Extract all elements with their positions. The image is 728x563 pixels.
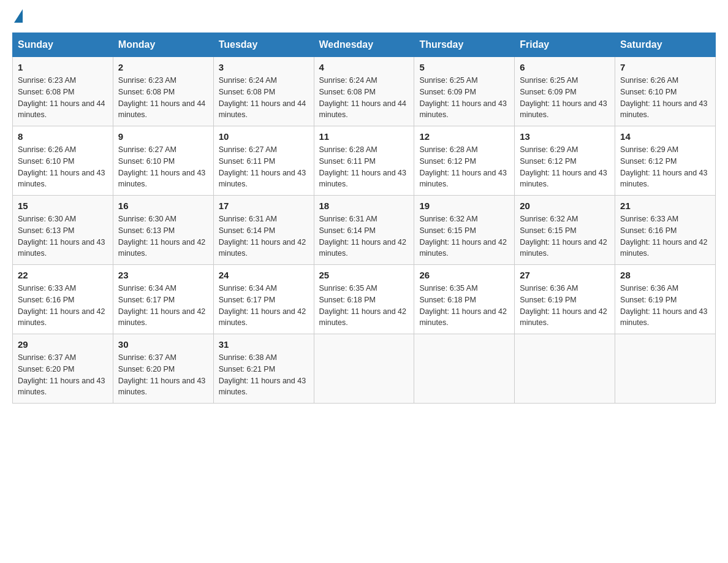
calendar-cell: 11 Sunrise: 6:28 AM Sunset: 6:11 PM Dayl… [314,126,414,196]
day-info: Sunrise: 6:34 AM Sunset: 6:17 PM Dayligh… [118,283,208,329]
day-number: 22 [18,270,108,280]
header [12,12,716,20]
day-number: 31 [219,339,309,350]
day-info: Sunrise: 6:23 AM Sunset: 6:08 PM Dayligh… [118,75,208,121]
day-info: Sunrise: 6:27 AM Sunset: 6:10 PM Dayligh… [118,144,208,190]
calendar-cell: 6 Sunrise: 6:25 AM Sunset: 6:09 PM Dayli… [515,57,615,126]
calendar-cell: 17 Sunrise: 6:31 AM Sunset: 6:14 PM Dayl… [213,196,314,265]
day-info: Sunrise: 6:28 AM Sunset: 6:11 PM Dayligh… [319,144,409,190]
day-number: 5 [419,62,509,72]
day-info: Sunrise: 6:31 AM Sunset: 6:14 PM Dayligh… [219,213,309,259]
calendar-cell: 10 Sunrise: 6:27 AM Sunset: 6:11 PM Dayl… [213,126,314,196]
day-info: Sunrise: 6:35 AM Sunset: 6:18 PM Dayligh… [419,283,509,329]
calendar-cell: 14 Sunrise: 6:29 AM Sunset: 6:12 PM Dayl… [615,126,716,196]
calendar-cell: 24 Sunrise: 6:34 AM Sunset: 6:17 PM Dayl… [213,265,314,334]
day-info: Sunrise: 6:32 AM Sunset: 6:15 PM Dayligh… [520,213,610,259]
day-number: 28 [620,270,710,280]
day-number: 13 [520,131,610,142]
calendar-cell: 4 Sunrise: 6:24 AM Sunset: 6:08 PM Dayli… [314,57,414,126]
logo [12,12,23,20]
day-number: 9 [118,131,208,142]
day-info: Sunrise: 6:24 AM Sunset: 6:08 PM Dayligh… [219,75,309,121]
calendar-cell [615,334,716,404]
day-number: 2 [118,62,208,72]
calendar-cell: 27 Sunrise: 6:36 AM Sunset: 6:19 PM Dayl… [515,265,615,334]
day-info: Sunrise: 6:28 AM Sunset: 6:12 PM Dayligh… [419,144,509,190]
day-info: Sunrise: 6:38 AM Sunset: 6:21 PM Dayligh… [219,352,309,398]
logo-triangle-icon [14,9,23,23]
calendar-cell: 1 Sunrise: 6:23 AM Sunset: 6:08 PM Dayli… [13,57,113,126]
day-number: 27 [520,270,610,280]
day-number: 18 [319,201,409,211]
calendar-week-row: 22 Sunrise: 6:33 AM Sunset: 6:16 PM Dayl… [13,265,716,334]
calendar-week-row: 29 Sunrise: 6:37 AM Sunset: 6:20 PM Dayl… [13,334,716,404]
calendar-cell [414,334,515,404]
header-thursday: Thursday [414,33,515,57]
header-row: Sunday Monday Tuesday Wednesday Thursday… [13,33,716,57]
calendar-week-row: 8 Sunrise: 6:26 AM Sunset: 6:10 PM Dayli… [13,126,716,196]
day-number: 30 [118,339,208,350]
day-info: Sunrise: 6:25 AM Sunset: 6:09 PM Dayligh… [419,75,509,121]
day-info: Sunrise: 6:32 AM Sunset: 6:15 PM Dayligh… [419,213,509,259]
calendar-cell: 18 Sunrise: 6:31 AM Sunset: 6:14 PM Dayl… [314,196,414,265]
day-number: 19 [419,201,509,211]
day-number: 29 [18,339,108,350]
day-info: Sunrise: 6:33 AM Sunset: 6:16 PM Dayligh… [18,283,108,329]
calendar-cell: 12 Sunrise: 6:28 AM Sunset: 6:12 PM Dayl… [414,126,515,196]
calendar-cell: 15 Sunrise: 6:30 AM Sunset: 6:13 PM Dayl… [13,196,113,265]
day-info: Sunrise: 6:24 AM Sunset: 6:08 PM Dayligh… [319,75,409,121]
day-number: 17 [219,201,309,211]
header-tuesday: Tuesday [213,33,314,57]
calendar-cell [515,334,615,404]
day-info: Sunrise: 6:36 AM Sunset: 6:19 PM Dayligh… [520,283,610,329]
day-number: 8 [18,131,108,142]
calendar-cell: 29 Sunrise: 6:37 AM Sunset: 6:20 PM Dayl… [13,334,113,404]
calendar-cell: 20 Sunrise: 6:32 AM Sunset: 6:15 PM Dayl… [515,196,615,265]
day-number: 23 [118,270,208,280]
calendar-cell: 25 Sunrise: 6:35 AM Sunset: 6:18 PM Dayl… [314,265,414,334]
day-number: 21 [620,201,710,211]
calendar-cell: 7 Sunrise: 6:26 AM Sunset: 6:10 PM Dayli… [615,57,716,126]
day-number: 1 [18,62,108,72]
day-info: Sunrise: 6:29 AM Sunset: 6:12 PM Dayligh… [620,144,710,190]
calendar-cell: 2 Sunrise: 6:23 AM Sunset: 6:08 PM Dayli… [113,57,213,126]
day-number: 3 [219,62,309,72]
calendar-body: 1 Sunrise: 6:23 AM Sunset: 6:08 PM Dayli… [13,57,716,404]
day-info: Sunrise: 6:27 AM Sunset: 6:11 PM Dayligh… [219,144,309,190]
day-number: 4 [319,62,409,72]
calendar-cell: 23 Sunrise: 6:34 AM Sunset: 6:17 PM Dayl… [113,265,213,334]
day-info: Sunrise: 6:33 AM Sunset: 6:16 PM Dayligh… [620,213,710,259]
calendar-cell: 28 Sunrise: 6:36 AM Sunset: 6:19 PM Dayl… [615,265,716,334]
day-number: 25 [319,270,409,280]
day-number: 26 [419,270,509,280]
header-monday: Monday [113,33,213,57]
day-info: Sunrise: 6:34 AM Sunset: 6:17 PM Dayligh… [219,283,309,329]
calendar-cell: 31 Sunrise: 6:38 AM Sunset: 6:21 PM Dayl… [213,334,314,404]
calendar-cell: 21 Sunrise: 6:33 AM Sunset: 6:16 PM Dayl… [615,196,716,265]
calendar-table: Sunday Monday Tuesday Wednesday Thursday… [12,33,716,404]
calendar-cell: 22 Sunrise: 6:33 AM Sunset: 6:16 PM Dayl… [13,265,113,334]
calendar-week-row: 1 Sunrise: 6:23 AM Sunset: 6:08 PM Dayli… [13,57,716,126]
day-number: 15 [18,201,108,211]
day-info: Sunrise: 6:35 AM Sunset: 6:18 PM Dayligh… [319,283,409,329]
day-info: Sunrise: 6:30 AM Sunset: 6:13 PM Dayligh… [18,213,108,259]
day-number: 20 [520,201,610,211]
header-friday: Friday [515,33,615,57]
day-number: 11 [319,131,409,142]
day-info: Sunrise: 6:26 AM Sunset: 6:10 PM Dayligh… [18,144,108,190]
calendar-cell: 3 Sunrise: 6:24 AM Sunset: 6:08 PM Dayli… [213,57,314,126]
header-sunday: Sunday [13,33,113,57]
day-info: Sunrise: 6:31 AM Sunset: 6:14 PM Dayligh… [319,213,409,259]
calendar-cell: 9 Sunrise: 6:27 AM Sunset: 6:10 PM Dayli… [113,126,213,196]
calendar-cell: 13 Sunrise: 6:29 AM Sunset: 6:12 PM Dayl… [515,126,615,196]
header-wednesday: Wednesday [314,33,414,57]
day-info: Sunrise: 6:29 AM Sunset: 6:12 PM Dayligh… [520,144,610,190]
day-info: Sunrise: 6:37 AM Sunset: 6:20 PM Dayligh… [18,352,108,398]
day-info: Sunrise: 6:25 AM Sunset: 6:09 PM Dayligh… [520,75,610,121]
day-number: 10 [219,131,309,142]
day-info: Sunrise: 6:23 AM Sunset: 6:08 PM Dayligh… [18,75,108,121]
header-saturday: Saturday [615,33,716,57]
calendar-week-row: 15 Sunrise: 6:30 AM Sunset: 6:13 PM Dayl… [13,196,716,265]
day-number: 24 [219,270,309,280]
calendar-header: Sunday Monday Tuesday Wednesday Thursday… [13,33,716,57]
